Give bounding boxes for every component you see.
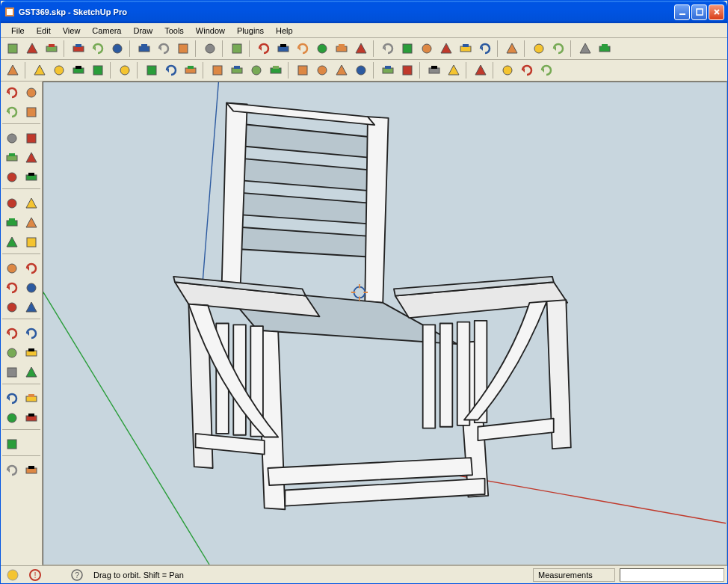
axes-icon[interactable]	[2, 298, 21, 316]
shadow-settings-icon[interactable]	[22, 461, 40, 479]
offset-icon[interactable]	[267, 61, 285, 79]
copy-icon[interactable]	[89, 40, 107, 58]
front-icon[interactable]	[294, 40, 312, 58]
outliner-icon[interactable]	[425, 61, 443, 79]
paste-icon[interactable]	[108, 40, 126, 58]
protractor-icon[interactable]	[2, 278, 21, 297]
export-icon[interactable]	[499, 61, 516, 79]
dimension-icon[interactable]	[22, 259, 40, 277]
menu-camera[interactable]: Camera	[86, 25, 127, 37]
menu-window[interactable]: Window	[190, 25, 231, 37]
previous-icon[interactable]	[22, 363, 40, 381]
look-around-icon[interactable]	[22, 389, 40, 408]
freehand-icon[interactable]	[22, 167, 40, 186]
face-style4-icon[interactable]	[437, 40, 455, 58]
rotate-icon[interactable]	[247, 61, 265, 79]
face-style2-icon[interactable]	[398, 40, 416, 58]
menu-draw[interactable]: Draw	[127, 25, 158, 37]
follow-me-icon[interactable]	[22, 213, 40, 232]
view-back-icon[interactable]	[530, 40, 548, 58]
select-icon[interactable]	[4, 61, 22, 79]
google-earth-icon[interactable]	[472, 61, 490, 79]
circle2-icon[interactable]	[2, 148, 21, 167]
undo-icon[interactable]	[155, 40, 173, 58]
menu-file[interactable]: File	[5, 25, 31, 37]
position-camera-icon[interactable]	[2, 389, 21, 408]
face-style5-icon[interactable]	[457, 40, 475, 58]
orbit-icon[interactable]	[294, 61, 312, 79]
menu-view[interactable]: View	[57, 25, 87, 37]
offset2-icon[interactable]	[22, 233, 40, 251]
menu-edit[interactable]: Edit	[31, 25, 57, 37]
move2-icon[interactable]	[2, 194, 21, 212]
line2-icon[interactable]	[22, 129, 40, 147]
erase-icon[interactable]	[135, 40, 153, 58]
select-arrow-icon[interactable]	[2, 83, 21, 102]
line-icon[interactable]	[31, 61, 49, 79]
new-file-icon[interactable]	[4, 40, 22, 58]
shadow-icon[interactable]	[2, 461, 21, 479]
menu-tools[interactable]: Tools	[158, 25, 190, 37]
component-box-icon[interactable]	[22, 83, 40, 102]
menu-plugins[interactable]: Plugins	[231, 25, 270, 37]
make-component-icon[interactable]	[116, 61, 134, 79]
maximize-button[interactable]	[691, 4, 707, 20]
print-icon[interactable]	[201, 40, 219, 58]
paint-bucket-icon[interactable]	[182, 61, 200, 79]
get-models-icon[interactable]	[379, 61, 397, 79]
view-forward-icon[interactable]	[549, 40, 567, 58]
save-icon[interactable]	[43, 40, 61, 58]
model-info-icon[interactable]	[228, 40, 246, 58]
cut-icon[interactable]	[70, 40, 87, 58]
right-icon[interactable]	[313, 40, 331, 58]
menu-help[interactable]: Help	[270, 25, 299, 37]
arc2-icon[interactable]	[22, 148, 40, 167]
polygon-icon[interactable]	[2, 167, 21, 186]
layer-icon[interactable]	[2, 434, 21, 453]
zoom-extents-icon[interactable]	[352, 61, 370, 79]
pan-icon[interactable]	[313, 61, 331, 79]
zoom-window-icon[interactable]	[22, 343, 40, 362]
zoom2-icon[interactable]	[2, 343, 21, 362]
placeholder1-icon[interactable]	[576, 40, 594, 58]
face-style1-icon[interactable]	[379, 40, 397, 58]
rectangle2-icon[interactable]	[2, 129, 21, 147]
eraser2-icon[interactable]	[22, 102, 40, 121]
section-plane-icon[interactable]	[22, 408, 40, 427]
move-icon[interactable]	[228, 61, 246, 79]
credits-icon[interactable]: !	[26, 566, 44, 584]
text-label-icon[interactable]	[22, 278, 40, 297]
walk-icon[interactable]	[2, 408, 21, 427]
face-style6-icon[interactable]	[476, 40, 494, 58]
geo-location-icon[interactable]	[4, 566, 22, 584]
3d-viewport[interactable]	[43, 82, 727, 565]
tape-measure-icon[interactable]	[162, 61, 180, 79]
eraser-icon[interactable]	[143, 61, 161, 79]
help-icon[interactable]: ?	[68, 566, 86, 584]
orbit2-icon[interactable]	[2, 324, 21, 342]
redo-icon[interactable]	[174, 40, 192, 58]
upload-icon[interactable]	[518, 61, 536, 79]
measurements-input[interactable]	[620, 568, 724, 582]
close-button[interactable]	[709, 4, 724, 20]
arc-icon[interactable]	[89, 61, 107, 79]
top-icon[interactable]	[274, 40, 292, 58]
placeholder2-icon[interactable]	[596, 40, 614, 58]
pan2-icon[interactable]	[22, 324, 40, 342]
tape-measure2-icon[interactable]	[2, 259, 21, 277]
face-style3-icon[interactable]	[418, 40, 436, 58]
left-icon[interactable]	[352, 40, 370, 58]
push-pull2-icon[interactable]	[22, 194, 40, 212]
rotate2-icon[interactable]	[2, 213, 21, 232]
xray-icon[interactable]	[503, 40, 521, 58]
building-icon[interactable]	[537, 61, 555, 79]
component-icon[interactable]	[445, 61, 463, 79]
paint-bucket2-icon[interactable]	[2, 102, 21, 121]
back-icon[interactable]	[333, 40, 351, 58]
iso-icon[interactable]	[255, 40, 273, 58]
3d-text-icon[interactable]	[22, 298, 40, 316]
open-file-icon[interactable]	[23, 40, 41, 58]
share-model-icon[interactable]	[398, 61, 416, 79]
zoom-extents2-icon[interactable]	[2, 363, 21, 381]
rectangle-icon[interactable]	[50, 61, 68, 79]
